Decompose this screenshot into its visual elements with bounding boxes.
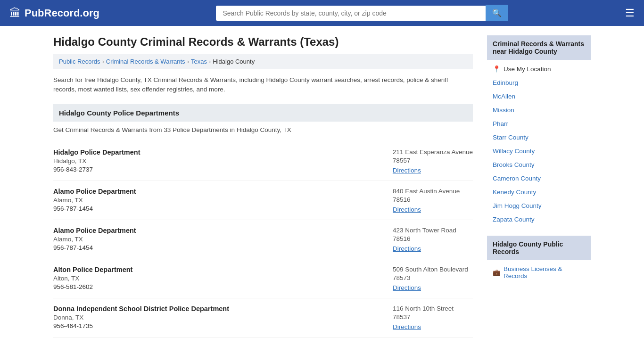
dept-entry-5: Donna Independent School District Police… [53,298,473,337]
cameron-county-label: Cameron County [493,175,541,182]
directions-link-4[interactable]: Directions [393,284,421,291]
sidebar-item-mcallen[interactable]: McAllen [487,90,591,103]
sidebar-public-records-box: Hidalgo County Public Records 💼 Business… [487,236,591,283]
dept-zip-2: 78516 [393,196,473,203]
menu-button[interactable]: ☰ [625,8,635,18]
brooks-county-label: Brooks County [493,161,535,168]
dept-entry-2: Alamo Police Department Alamo, TX 956-78… [53,181,473,220]
section-sub: Get Criminal Records & Warrants from 33 … [53,126,473,133]
kenedy-county-label: Kenedy County [493,189,536,196]
dept-phone-3: 956-787-1454 [53,244,379,251]
breadcrumb-criminal-records[interactable]: Criminal Records & Warrants [106,58,185,65]
location-icon: 📍 [493,65,501,73]
sidebar-nearby-header: Criminal Records & Warrants near Hidalgo… [487,35,591,60]
dept-left-4: Alton Police Department Alton, TX 956-58… [53,266,379,291]
directions-link-3[interactable]: Directions [393,245,421,252]
edinburg-label: Edinburg [493,79,518,86]
dept-city-1: Hidalgo, TX [53,157,379,165]
search-button[interactable]: 🔍 [486,5,508,21]
dept-phone-1: 956-843-2737 [53,166,379,173]
dept-address-3: 423 North Tower Road [393,227,473,234]
section-header: Hidalgo County Police Departments [53,104,473,122]
sidebar-use-location[interactable]: 📍 Use My Location [487,62,591,76]
content-area: Hidalgo County Criminal Records & Warran… [53,35,473,337]
sep-1: › [102,58,104,65]
dept-left-2: Alamo Police Department Alamo, TX 956-78… [53,188,379,213]
mission-label: Mission [493,107,514,114]
sidebar-item-mission[interactable]: Mission [487,103,591,117]
dept-address-1: 211 East Esperanza Avenue [393,148,473,156]
dept-left-5: Donna Independent School District Police… [53,305,379,330]
directions-link-2[interactable]: Directions [393,206,421,213]
dept-address-4: 509 South Alton Boulevard [393,266,473,273]
main-wrapper: Hidalgo County Criminal Records & Warran… [39,26,605,347]
dept-city-3: Alamo, TX [53,236,379,243]
dept-left-3: Alamo Police Department Alamo, TX 956-78… [53,227,379,252]
sidebar-item-starr-county[interactable]: Starr County [487,131,591,144]
directions-link-1[interactable]: Directions [393,167,421,174]
page-title: Hidalgo County Criminal Records & Warran… [53,35,473,49]
sidebar-item-zapata-county[interactable]: Zapata County [487,213,591,226]
logo-text: PubRecord.org [25,7,99,19]
dept-name-4: Alton Police Department [53,266,379,273]
logo-area: 🏛 PubRecord.org [9,7,99,20]
briefcase-icon: 💼 [493,269,501,276]
sidebar-public-records-header: Hidalgo County Public Records [487,236,591,260]
sidebar-item-brooks-county[interactable]: Brooks County [487,158,591,172]
dept-city-4: Alton, TX [53,275,379,282]
dept-city-2: Alamo, TX [53,197,379,204]
dept-entry-3: Alamo Police Department Alamo, TX 956-78… [53,220,473,259]
dept-zip-5: 78537 [393,313,473,321]
starr-county-label: Starr County [493,134,528,141]
dept-right-2: 840 East Austin Avenue 78516 Directions [379,188,473,213]
header: 🏛 PubRecord.org 🔍 ☰ [0,0,644,26]
search-input[interactable] [216,6,486,21]
sidebar-item-kenedy-county[interactable]: Kenedy County [487,185,591,199]
page-description: Search for free Hidalgo County, TX Crimi… [53,75,473,95]
sidebar: Criminal Records & Warrants near Hidalgo… [487,35,591,337]
dept-right-1: 211 East Esperanza Avenue 78557 Directio… [379,148,473,174]
search-area: 🔍 [216,5,508,21]
sidebar-item-pharr[interactable]: Pharr [487,117,591,131]
dept-phone-2: 956-787-1454 [53,205,379,212]
sidebar-item-willacy-county[interactable]: Willacy County [487,144,591,158]
dept-right-3: 423 North Tower Road 78516 Directions [379,227,473,252]
dept-right-4: 509 South Alton Boulevard 78573 Directio… [379,266,473,291]
dept-phone-4: 956-581-2602 [53,283,379,290]
use-location-label: Use My Location [504,66,551,73]
breadcrumb-public-records[interactable]: Public Records [59,58,100,65]
sidebar-nearby-box: Criminal Records & Warrants near Hidalgo… [487,35,591,226]
directions-link-5[interactable]: Directions [393,323,421,330]
dept-name-1: Hidalgo Police Department [53,148,379,156]
logo-icon: 🏛 [9,7,21,20]
dept-address-2: 840 East Austin Avenue [393,188,473,195]
dept-name-2: Alamo Police Department [53,188,379,195]
search-icon: 🔍 [492,9,502,17]
zapata-county-label: Zapata County [493,216,535,223]
sidebar-item-cameron-county[interactable]: Cameron County [487,172,591,185]
jim-hogg-county-label: Jim Hogg County [493,202,542,209]
breadcrumb-current: Hidalgo County [213,58,255,65]
pharr-label: Pharr [493,120,508,127]
dept-entry-4: Alton Police Department Alton, TX 956-58… [53,259,473,298]
dept-name-5: Donna Independent School District Police… [53,305,379,313]
sidebar-item-jim-hogg-county[interactable]: Jim Hogg County [487,199,591,213]
breadcrumb: Public Records › Criminal Records & Warr… [53,54,473,69]
dept-address-5: 116 North 10th Street [393,305,473,312]
sidebar-item-edinburg[interactable]: Edinburg [487,76,591,90]
dept-phone-5: 956-464-1735 [53,322,379,329]
willacy-county-label: Willacy County [493,148,535,155]
menu-icon: ☰ [625,7,635,19]
sep-3: › [209,58,211,65]
dept-right-5: 116 North 10th Street 78537 Directions [379,305,473,330]
dept-entry-1: Hidalgo Police Department Hidalgo, TX 95… [53,142,473,181]
mcallen-label: McAllen [493,93,515,100]
dept-zip-1: 78557 [393,157,473,164]
sep-2: › [187,58,189,65]
breadcrumb-texas[interactable]: Texas [191,58,207,65]
dept-left-1: Hidalgo Police Department Hidalgo, TX 95… [53,148,379,174]
sidebar-item-business-licenses[interactable]: 💼 Business Licenses & Records [487,262,591,283]
dept-zip-4: 78573 [393,274,473,281]
dept-city-5: Donna, TX [53,314,379,321]
dept-zip-3: 78516 [393,235,473,242]
